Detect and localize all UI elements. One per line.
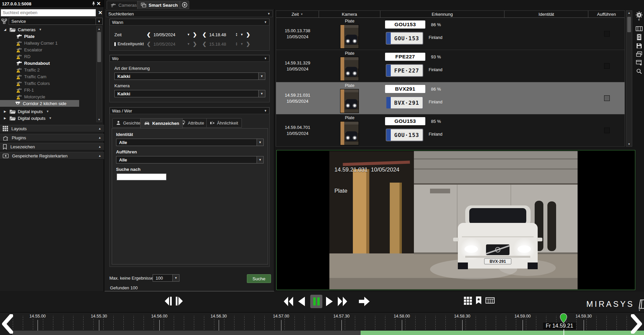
chevron-down-icon[interactable]: ▼	[264, 20, 267, 24]
collapse-up-icon[interactable]: ▲	[98, 145, 101, 148]
panel-lesezeichen[interactable]: Lesezeichen ▲	[0, 143, 104, 150]
collapse-up-icon[interactable]: ▲	[98, 127, 101, 130]
step-backward-button[interactable]	[164, 296, 172, 306]
camera-item-plate[interactable]: Plate	[0, 33, 95, 40]
settings-button[interactable]: ▼	[636, 11, 643, 21]
play-backward-button[interactable]	[297, 296, 306, 307]
chevron-down-icon[interactable]: ▼	[187, 33, 190, 36]
result-row[interactable]: 15.00.13.73810/05/2024 Plate GOU153 86 %…	[276, 18, 625, 50]
plate-number[interactable]: GOU153	[385, 117, 425, 125]
scroll-up-icon[interactable]: ▲	[97, 27, 102, 31]
plate-number[interactable]: GOU153	[385, 20, 425, 29]
suche-button[interactable]: Suche	[247, 274, 271, 283]
prev-time-icon[interactable]: ❮	[202, 32, 207, 38]
chevron-down-icon[interactable]: ▼	[257, 156, 263, 163]
film-table-button[interactable]	[485, 297, 495, 304]
search-input[interactable]	[1, 9, 96, 16]
camera-item[interactable]: Traffic Cam	[0, 73, 95, 80]
chevron-down-icon[interactable]: ▼	[240, 33, 244, 36]
chevron-down-icon[interactable]: ▼	[172, 275, 179, 281]
scroll-down-icon[interactable]: ▼	[626, 143, 632, 146]
auffuehren-select[interactable]: Alle ▼	[116, 156, 264, 163]
camera-item[interactable]: Escalator	[0, 46, 95, 53]
playhead-pin-icon[interactable]	[559, 313, 568, 323]
prev-date-icon[interactable]: ❮	[147, 41, 151, 47]
camera-item-selected[interactable]: Corridor 2 kitchen side	[0, 100, 79, 107]
was-wer-header[interactable]: Was / Wer ▼	[110, 107, 269, 114]
rewind-button[interactable]	[283, 296, 294, 307]
chevron-down-icon[interactable]: ▼	[267, 12, 270, 15]
end-time-value[interactable]: 15.18.48	[209, 42, 233, 47]
next-time-icon[interactable]: ❯	[246, 41, 251, 47]
suchkriterien-header[interactable]: Suchkriterien ▼	[106, 10, 273, 17]
camera-item[interactable]: Traffic 2	[0, 66, 95, 73]
tree-scrollbar[interactable]: ▲ ▼	[96, 26, 102, 122]
expand-arrow-icon[interactable]: ▶	[3, 116, 7, 120]
scroll-down-icon[interactable]: ▼	[97, 117, 102, 122]
chevron-down-icon[interactable]: ▼	[264, 109, 267, 112]
filmstrip-vertical-icon[interactable]	[637, 34, 642, 40]
camera-item[interactable]: Motorcycle	[0, 93, 95, 100]
collapse-arrow-icon[interactable]: ◢	[3, 28, 7, 31]
results-scrollbar[interactable]: ▲ ▼	[626, 10, 632, 147]
wo-header[interactable]: Wo ▼	[110, 55, 269, 62]
expand-arrow-icon[interactable]: ▶	[3, 110, 7, 113]
play-button[interactable]	[325, 296, 334, 307]
max-results-select[interactable]: 100 ▼	[153, 274, 179, 282]
next-date-icon[interactable]: ❯	[193, 32, 197, 38]
collapse-up-icon[interactable]: ▲	[98, 154, 101, 157]
panel-plugins[interactable]: Plugins ▲	[0, 134, 104, 141]
zeit-date-value[interactable]: 10/05/2024	[154, 32, 184, 37]
result-row[interactable]: 14.59.04.70110/05/2024 Plate GOU153 85 %…	[276, 114, 625, 147]
pause-button[interactable]	[310, 295, 322, 308]
end-date-value[interactable]: 10/05/2024	[154, 42, 184, 47]
tab-aehnlichkeit[interactable]: Ähnlichkeit	[206, 118, 242, 128]
pin-icon[interactable]	[92, 1, 96, 6]
grid-view-button[interactable]	[464, 297, 472, 305]
chevron-down-icon[interactable]: ▼	[46, 110, 49, 113]
column-header-zeit[interactable]: Zeit ▼	[276, 11, 319, 17]
scrollbar-thumb[interactable]	[97, 32, 101, 62]
tree-folder-cameras[interactable]: ◢ Cameras ▼	[0, 26, 95, 33]
auffuehren-checkbox[interactable]	[604, 31, 610, 37]
auffuehren-checkbox[interactable]	[604, 63, 610, 69]
logo-collapse-icon[interactable]: ▼	[638, 308, 641, 312]
time-spinner[interactable]: ▲▼	[235, 42, 238, 46]
jump-forward-button[interactable]	[358, 296, 371, 307]
column-header-identitaet[interactable]: Identität	[504, 11, 588, 17]
filmstrip-horizontal-icon[interactable]	[636, 26, 643, 31]
bookmark-star-button[interactable]	[475, 296, 482, 305]
camera-item[interactable]: Traffic Colors	[0, 80, 95, 87]
prev-time-icon[interactable]: ❮	[202, 41, 207, 47]
collapse-up-icon[interactable]: ▲	[98, 136, 101, 139]
save-icon[interactable]	[636, 43, 642, 49]
kamera-select[interactable]: Kaikki ▼	[114, 90, 265, 97]
endzeitpunkt-checkbox[interactable]	[114, 42, 116, 46]
camera-item[interactable]: RD	[0, 53, 95, 60]
chevron-down-icon[interactable]: ▼	[258, 73, 265, 80]
plate-number[interactable]: FPE227	[385, 53, 425, 61]
camera-thumbnail[interactable]	[340, 57, 359, 81]
scrollbar-thumb[interactable]	[627, 17, 631, 32]
plate-image[interactable]: FPE·227	[386, 64, 423, 77]
column-header-erkennung[interactable]: Erkennung	[380, 11, 505, 17]
identitaet-select[interactable]: Alle ▼	[116, 139, 264, 146]
auffuehren-checkbox[interactable]	[604, 95, 610, 101]
column-header-kamera[interactable]: Kamera	[319, 11, 380, 17]
fast-forward-button[interactable]	[337, 296, 348, 307]
plate-number[interactable]: BVX291	[385, 85, 425, 93]
chevron-down-icon[interactable]: ▼	[39, 28, 42, 31]
chevron-down-icon[interactable]: ▼	[258, 90, 265, 97]
scroll-up-icon[interactable]: ▲	[626, 11, 632, 14]
time-spinner[interactable]: ▲▼	[235, 33, 238, 37]
next-time-icon[interactable]: ❯	[246, 32, 251, 38]
art-der-erkennung-select[interactable]: Kaikki ▼	[114, 73, 265, 80]
tree-folder-digital-outputs[interactable]: ▶ Digital outputs ▼	[0, 115, 95, 122]
camera-thumbnail[interactable]	[340, 121, 359, 145]
result-row-selected[interactable]: 14.59.21.03110/05/2024 Plate BVX291 86 %…	[276, 82, 625, 114]
search-icon[interactable]	[636, 68, 642, 74]
camera-thumbnail[interactable]	[340, 89, 359, 113]
timeline-scroll-left-button[interactable]	[1, 314, 13, 334]
new-tab-button[interactable]	[180, 1, 189, 9]
chevron-down-icon[interactable]: ▼	[49, 116, 52, 120]
